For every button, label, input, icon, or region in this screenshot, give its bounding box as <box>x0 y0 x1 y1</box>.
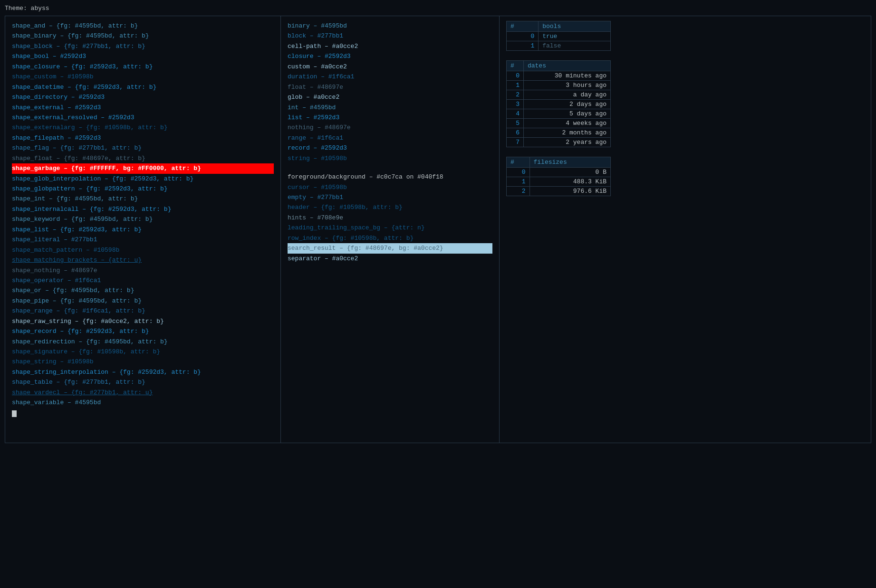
list-item: block – #277bb1 <box>288 31 492 41</box>
row-num: 1 <box>507 41 539 51</box>
list-item: int – #4595bd <box>288 103 492 113</box>
table-row: 1 false <box>507 41 611 51</box>
list-item: shape_flag – {fg: #277bb1, attr: b} <box>12 143 274 153</box>
filesizes-table: # filesizes 0 0 B 1 488.3 KiB 2 <box>506 157 611 196</box>
list-item: list – #2592d3 <box>288 113 492 123</box>
list-item: shape_matching_brackets – {attr: u} <box>12 255 274 265</box>
list-item: shape_externalarg – {fg: #10598b, attr: … <box>12 123 274 133</box>
list-item: shape_internalcall – {fg: #2592d3, attr:… <box>12 204 274 214</box>
list-item: shape_match_pattern – #10598b <box>12 245 274 255</box>
list-item: shape_filepath – #2592d3 <box>12 133 274 143</box>
dates-col-hash: # <box>507 61 524 71</box>
list-item: shape_or – {fg: #4595bd, attr: b} <box>12 285 274 295</box>
list-item: header – {fg: #10598b, attr: b} <box>288 202 492 212</box>
search-result-line: search_result – {fg: #48697e, bg: #a0cce… <box>288 243 492 253</box>
list-item: shape_range – {fg: #1f6ca1, attr: b} <box>12 306 274 316</box>
list-item: row_index – {fg: #10598b, attr: b} <box>288 233 492 243</box>
mid-column: binary – #4595bd block – #277bb1 cell-pa… <box>281 16 500 443</box>
list-item: shape_keyword – {fg: #4595bd, attr: b} <box>12 214 274 224</box>
list-item: shape_custom – #10598b <box>12 72 274 82</box>
list-item: shape_vardecl – {fg: #277bb1, attr: u} <box>12 388 274 398</box>
list-item: separator – #a0cce2 <box>288 254 492 264</box>
list-item: shape_glob_interpolation – {fg: #2592d3,… <box>12 174 274 184</box>
filesizes-col-label: filesizes <box>529 157 611 168</box>
table-row: 3 2 days ago <box>507 100 611 109</box>
list-item: empty – #277bb1 <box>288 192 492 202</box>
list-item: shape_bool – #2592d3 <box>12 51 274 61</box>
table-row: 6 2 months ago <box>507 128 611 138</box>
table-row: 5 4 weeks ago <box>507 119 611 128</box>
dates-col-label: dates <box>523 61 610 71</box>
list-item: shape_nothing – #48697e <box>12 266 274 275</box>
dates-table-wrap: # dates 0 30 minutes ago 1 3 hours ago 2 <box>506 60 864 147</box>
list-item: string – #10598b <box>288 153 492 163</box>
table-row: 0 30 minutes ago <box>507 71 611 81</box>
filesizes-col-hash: # <box>507 157 530 168</box>
list-item: glob – #a0cce2 <box>288 92 492 102</box>
list-item: shape_float – {fg: #48697e, attr: b} <box>12 153 274 163</box>
bools-table-wrap: # bools 0 true 1 false <box>506 21 864 51</box>
list-item: cell-path – #a0cce2 <box>288 41 492 51</box>
filesizes-table-wrap: # filesizes 0 0 B 1 488.3 KiB 2 <box>506 157 864 196</box>
list-item: shape_external – #2592d3 <box>12 103 274 113</box>
row-num: 0 <box>507 32 539 41</box>
list-item: shape_block – {fg: #277bb1, attr: b} <box>12 41 274 51</box>
table-row: 2 976.6 KiB <box>507 187 611 196</box>
list-item: shape_operator – #1f6ca1 <box>12 275 274 285</box>
list-item: hints – #708e9e <box>288 213 492 223</box>
list-item: shape_and – {fg: #4595bd, attr: b} <box>12 21 274 31</box>
list-item: shape_signature – {fg: #10598b, attr: b} <box>12 347 274 357</box>
list-item: shape_pipe – {fg: #4595bd, attr: b} <box>12 296 274 306</box>
list-item: float – #48697e <box>288 82 492 92</box>
list-item: record – #2592d3 <box>288 143 492 153</box>
table-row: 0 0 B <box>507 168 611 177</box>
row-val: true <box>539 32 611 41</box>
list-item: closure – #2592d3 <box>288 51 492 61</box>
list-item: shape_record – {fg: #2592d3, attr: b} <box>12 326 274 336</box>
dates-table: # dates 0 30 minutes ago 1 3 hours ago 2 <box>506 60 611 147</box>
list-item: shape_datetime – {fg: #2592d3, attr: b} <box>12 82 274 92</box>
list-item: shape_external_resolved – #2592d3 <box>12 113 274 123</box>
list-item: nothing – #48697e <box>288 123 492 133</box>
list-item: duration – #1f6ca1 <box>288 72 492 82</box>
table-row: 2 a day ago <box>507 90 611 100</box>
table-row: 1 3 hours ago <box>507 81 611 90</box>
list-item: shape_raw_string – {fg: #a0cce2, attr: b… <box>12 316 274 326</box>
row-val: false <box>539 41 611 51</box>
list-item: shape_int – {fg: #4595bd, attr: b} <box>12 194 274 204</box>
bools-col-label: bools <box>539 21 611 32</box>
list-item: custom – #a0cce2 <box>288 62 492 72</box>
left-column: shape_and – {fg: #4595bd, attr: b} shape… <box>5 16 281 443</box>
list-item: shape_string – #10598b <box>12 357 274 367</box>
list-item: shape_literal – #277bb1 <box>12 235 274 245</box>
list-item: shape_globpattern – {fg: #2592d3, attr: … <box>12 184 274 194</box>
list-item: shape_redirection – {fg: #4595bd, attr: … <box>12 337 274 347</box>
list-item: cursor – #10598b <box>288 182 492 192</box>
main-container: shape_and – {fg: #4595bd, attr: b} shape… <box>5 16 871 443</box>
table-row: 1 488.3 KiB <box>507 177 611 187</box>
theme-title: Theme: abyss <box>5 5 871 12</box>
right-column: # bools 0 true 1 false <box>500 16 871 443</box>
shape-garbage-line: shape_garbage – {fg: #FFFFFF, bg: #FF000… <box>12 163 274 173</box>
list-item: shape_string_interpolation – {fg: #2592d… <box>12 367 274 377</box>
table-row: 7 2 years ago <box>507 138 611 147</box>
list-item: shape_table – {fg: #277bb1, attr: b} <box>12 377 274 387</box>
bools-table: # bools 0 true 1 false <box>506 21 611 51</box>
bools-col-hash: # <box>507 21 539 32</box>
list-item: leading_trailing_space_bg – {attr: n} <box>288 223 492 233</box>
table-row: 4 5 days ago <box>507 109 611 119</box>
list-item: range – #1f6ca1 <box>288 133 492 143</box>
list-item: shape_variable – #4595bd <box>12 398 274 408</box>
list-item: shape_list – {fg: #2592d3, attr: b} <box>12 225 274 235</box>
list-item: shape_directory – #2592d3 <box>12 92 274 102</box>
cursor-line <box>12 408 274 418</box>
list-item: foreground/background – #c0c7ca on #040f… <box>288 172 492 182</box>
list-item: binary – #4595bd <box>288 21 492 31</box>
table-row: 0 true <box>507 32 611 41</box>
list-item: shape_closure – {fg: #2592d3, attr: b} <box>12 62 274 72</box>
list-item: shape_binary – {fg: #4595bd, attr: b} <box>12 31 274 41</box>
